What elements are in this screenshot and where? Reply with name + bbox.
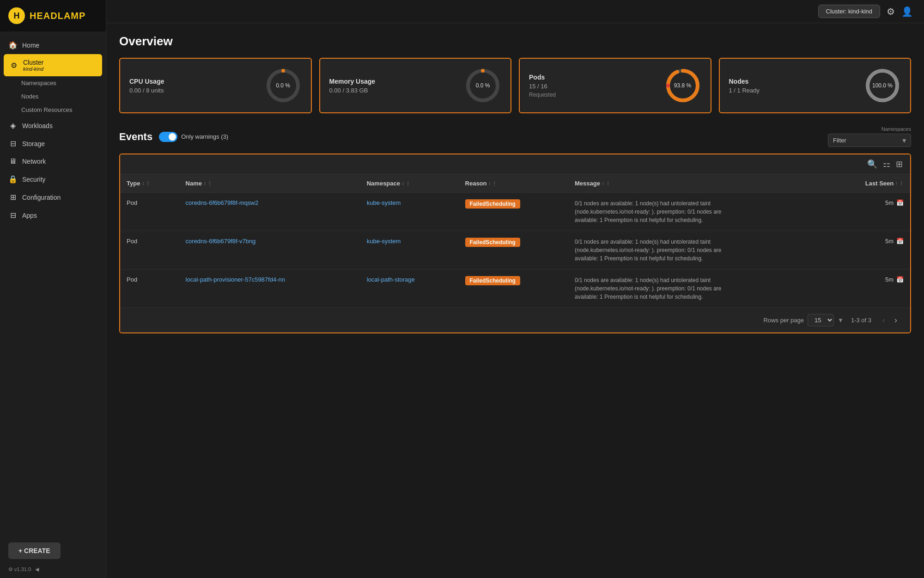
rows-per-page: Rows per page 15 ▼ (764, 314, 844, 326)
cell-message: 0/1 nodes are available: 1 node(s) had u… (568, 231, 827, 270)
cell-type: Pod (120, 270, 179, 308)
workloads-icon: ◈ (8, 121, 18, 130)
sidebar-cluster-sub: Namespaces Nodes Custom Resources (0, 76, 106, 117)
nodes-value: 1 / 1 Ready (729, 87, 760, 94)
user-icon[interactable]: 👤 (901, 6, 913, 17)
sort-msg-icon[interactable]: ↕ ⋮ (602, 181, 610, 186)
sidebar-item-cluster[interactable]: ⚙ Cluster kind-kind (4, 54, 102, 76)
cluster-icon: ⚙ (9, 61, 18, 70)
cpu-info: CPU Usage 0.00 / 8 units (129, 78, 164, 94)
cell-name: coredns-6f6b679f8f-v7bng (179, 231, 360, 270)
sidebar-item-label: Workloads (22, 122, 53, 129)
reason-badge: FailedScheduling (465, 276, 520, 285)
name-link[interactable]: coredns-6f6b679f8f-mqsw2 (186, 199, 259, 206)
sidebar-item-label: Home (22, 42, 39, 49)
reason-badge: FailedScheduling (465, 238, 520, 247)
settings-icon[interactable]: ⚙ (887, 6, 895, 17)
name-link[interactable]: coredns-6f6b679f8f-v7bng (186, 238, 256, 245)
table-row: Pod coredns-6f6b679f8f-v7bng kube-system… (120, 231, 910, 270)
cell-message: 0/1 nodes are available: 1 node(s) had u… (568, 193, 827, 231)
cluster-sub-label: kind-kind (23, 66, 43, 72)
events-table: Type ↕ ⋮ Name ↕ ⋮ Namesp (120, 174, 910, 307)
calendar-icon: 📅 (896, 276, 904, 283)
cell-name: local-path-provisioner-57c5987fd4-nn (179, 270, 360, 308)
collapse-sidebar-btn[interactable]: ◀ (35, 566, 39, 572)
sidebar-item-apps[interactable]: ⊟ Apps (0, 206, 106, 224)
namespace-link[interactable]: local-path-storage (367, 276, 415, 283)
namespace-filter: Namespaces Filter ▼ (828, 126, 911, 147)
create-button[interactable]: + CREATE (8, 542, 61, 559)
sidebar-item-custom-resources[interactable]: Custom Resources (21, 103, 106, 117)
sidebar-item-network[interactable]: 🖥 Network (0, 153, 106, 170)
rows-per-page-label: Rows per page (764, 317, 804, 324)
sidebar-item-workloads[interactable]: ◈ Workloads (0, 117, 106, 135)
sort-name-icon[interactable]: ↕ ⋮ (204, 181, 212, 186)
events-table-container: 🔍 ⚏ ⊞ Type ↕ ⋮ Na (119, 154, 911, 333)
search-icon[interactable]: 🔍 (867, 159, 877, 169)
nodes-stat-card: Nodes 1 / 1 Ready 100.0 % (719, 58, 912, 113)
next-page-button[interactable]: › (891, 314, 901, 327)
nodes-label: Nodes (729, 78, 760, 85)
name-link[interactable]: local-path-provisioner-57c5987fd4-nn (186, 276, 285, 283)
version-label: ⚙ v1.31.0 ◀ (0, 566, 106, 576)
sidebar: H HEADLAMP 🏠 Home ⚙ Cluster kind-kind Na… (0, 0, 106, 578)
nodes-info: Nodes 1 / 1 Ready (729, 78, 760, 94)
columns-icon[interactable]: ⊞ (896, 159, 903, 169)
table-toolbar: 🔍 ⚏ ⊞ (120, 154, 910, 174)
sidebar-item-label: Storage (22, 140, 45, 148)
cell-last-seen: 5m📅 (827, 270, 910, 308)
pods-label: Pods (529, 74, 556, 81)
calendar-icon: 📅 (896, 199, 904, 206)
storage-icon: ⊟ (8, 139, 18, 148)
namespace-select[interactable]: Filter (828, 134, 911, 147)
pods-sub: Requested (529, 92, 556, 98)
sidebar-item-namespaces[interactable]: Namespaces (21, 76, 106, 90)
sidebar-item-label: Apps (22, 212, 37, 219)
pods-stat-card: Pods 15 / 16 Requested 93.8 % (519, 58, 711, 113)
warnings-toggle[interactable] (159, 132, 177, 142)
namespace-link[interactable]: kube-system (367, 238, 401, 245)
time-value: 5m (885, 199, 894, 206)
pods-info: Pods 15 / 16 Requested (529, 74, 556, 98)
sort-type-icon[interactable]: ↕ ⋮ (142, 181, 150, 186)
home-icon: 🏠 (8, 41, 18, 49)
events-header: Events Only warnings (3) Namespaces Filt… (119, 126, 911, 147)
sidebar-item-label: Security (22, 176, 46, 183)
cell-type: Pod (120, 231, 179, 270)
message-text: 0/1 nodes are available: 1 node(s) had u… (575, 238, 723, 263)
stats-row: CPU Usage 0.00 / 8 units 0.0 % Memory Us… (119, 58, 911, 113)
sidebar-item-storage[interactable]: ⊟ Storage (0, 135, 106, 153)
sort-lastseen-icon[interactable]: ↑ ⋮ (895, 181, 904, 186)
table-header-row: Type ↕ ⋮ Name ↕ ⋮ Namesp (120, 174, 910, 193)
sidebar-item-security[interactable]: 🔒 Security (0, 170, 106, 188)
cpu-circle: 0.0 % (265, 67, 302, 104)
sort-ns-icon[interactable]: ↕ ⋮ (402, 181, 410, 186)
memory-info: Memory Usage 0.00 / 3.83 GB (329, 78, 376, 94)
cluster-label: Cluster (23, 59, 43, 66)
sort-reason-icon[interactable]: ↕ ⋮ (489, 181, 497, 186)
logo-icon: H (8, 7, 25, 24)
toggle-row: Only warnings (3) (159, 132, 228, 142)
ns-filter-label: Namespaces (881, 126, 911, 132)
prev-page-button[interactable]: ‹ (879, 314, 889, 327)
page-content: Overview CPU Usage 0.00 / 8 units 0.0 % (106, 23, 924, 578)
sidebar-item-configuration[interactable]: ⊞ Configuration (0, 188, 106, 206)
sidebar-item-nodes[interactable]: Nodes (21, 90, 106, 103)
sidebar-bottom: + CREATE ⚙ v1.31.0 ◀ (0, 538, 106, 578)
cluster-selector[interactable]: Cluster: kind-kind (818, 5, 880, 18)
toggle-label: Only warnings (3) (181, 133, 228, 140)
sidebar-nav: 🏠 Home ⚙ Cluster kind-kind Namespaces No… (0, 31, 106, 538)
time-value: 5m (885, 238, 894, 245)
topbar: Cluster: kind-kind ⚙ 👤 (106, 0, 924, 23)
table-row: Pod local-path-provisioner-57c5987fd4-nn… (120, 270, 910, 308)
calendar-icon: 📅 (896, 238, 904, 245)
events-left: Events Only warnings (3) (119, 131, 228, 143)
namespace-link[interactable]: kube-system (367, 199, 401, 206)
cell-namespace: kube-system (360, 193, 459, 231)
pagination: Rows per page 15 ▼ 1-3 of 3 ‹ › (120, 307, 910, 332)
page-info: 1-3 of 3 (851, 317, 871, 324)
memory-stat-card: Memory Usage 0.00 / 3.83 GB 0.0 % (319, 58, 512, 113)
rows-per-page-select[interactable]: 15 (808, 314, 834, 326)
filter-icon[interactable]: ⚏ (883, 159, 890, 169)
sidebar-item-home[interactable]: 🏠 Home (0, 36, 106, 54)
